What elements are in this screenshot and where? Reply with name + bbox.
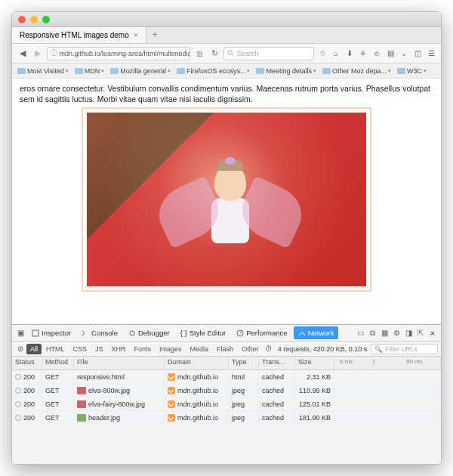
devtools-tabs: ▣ Inspector Console Debugger { }Style Ed… bbox=[12, 325, 441, 342]
svg-line-5 bbox=[240, 332, 242, 333]
filter-js[interactable]: JS bbox=[91, 344, 107, 354]
tab-performance[interactable]: Performance bbox=[232, 326, 291, 339]
search-input[interactable]: Search bbox=[223, 47, 314, 60]
filter-urls-input[interactable]: 🔍Filter URLs bbox=[371, 344, 438, 354]
url-text: mdn.github.io/learning-area/html/multime… bbox=[60, 50, 190, 57]
filter-media[interactable]: Media bbox=[186, 344, 213, 354]
filter-other[interactable]: Other bbox=[238, 344, 263, 354]
tab-close-icon[interactable]: × bbox=[134, 31, 138, 39]
tab-debugger[interactable]: Debugger bbox=[124, 326, 174, 339]
undock-icon[interactable]: ⇱ bbox=[415, 329, 426, 337]
iframe-picker-icon[interactable]: ▣ bbox=[15, 329, 26, 337]
network-table-body: 200GETresponsive.htmlmdn.github.iohtmlca… bbox=[12, 370, 441, 425]
bookmark-item[interactable]: W3C▾ bbox=[395, 66, 429, 76]
search-icon bbox=[227, 50, 234, 57]
filter-xhr[interactable]: XHR bbox=[108, 344, 130, 354]
browser-tab[interactable]: Responsive HTML images demo × bbox=[12, 27, 146, 43]
tab-inspector[interactable]: Inspector bbox=[27, 326, 76, 339]
filter-flash[interactable]: Flash bbox=[213, 344, 237, 354]
bookmark-item[interactable]: Most Visited▾ bbox=[15, 66, 71, 76]
reload-button[interactable]: ↻ bbox=[208, 48, 220, 58]
bookmark-item[interactable]: Mozilla general▾ bbox=[108, 66, 173, 76]
bookmark-item[interactable]: Other Moz depa...▾ bbox=[320, 66, 393, 76]
tab-title: Responsive HTML images demo bbox=[20, 31, 129, 39]
settings-icon[interactable]: ⚙ bbox=[391, 329, 402, 337]
split-console-icon[interactable]: ⧉ bbox=[367, 329, 378, 338]
bookmarks-toolbar: Most Visited▾ MDN▾ Mozilla general▾ Fire… bbox=[12, 63, 441, 79]
close-window-button[interactable] bbox=[18, 16, 26, 23]
svg-line-1 bbox=[232, 54, 233, 56]
network-filter-bar: ⊘ All HTML CSS JS XHR Fonts Images Media… bbox=[12, 342, 441, 357]
filter-images[interactable]: Images bbox=[156, 344, 186, 354]
addons-icon[interactable]: ◫ bbox=[412, 49, 423, 57]
filter-css[interactable]: CSS bbox=[69, 344, 91, 354]
table-row[interactable]: 200GETresponsive.htmlmdn.github.iohtmlca… bbox=[12, 370, 441, 384]
responsive-mode-icon[interactable]: ▦ bbox=[379, 329, 390, 337]
clear-icon[interactable]: ⊘ bbox=[15, 345, 26, 353]
tab-style-editor[interactable]: { }Style Editor bbox=[176, 326, 231, 339]
devtools-close-icon[interactable]: × bbox=[427, 329, 438, 338]
filter-fonts[interactable]: Fonts bbox=[131, 344, 156, 354]
filter-all[interactable]: All bbox=[26, 344, 42, 354]
page-content: eros ornare consectetur. Vestibulum conv… bbox=[12, 79, 441, 324]
new-tab-button[interactable]: + bbox=[146, 27, 164, 43]
minimize-window-button[interactable] bbox=[30, 16, 38, 23]
svg-point-3 bbox=[130, 331, 134, 335]
menu-icon[interactable]: ☰ bbox=[426, 49, 436, 57]
tab-network[interactable]: Network bbox=[294, 326, 339, 339]
paragraph-text: eros ornare consectetur. Vestibulum conv… bbox=[20, 83, 433, 104]
reader-mode-icon[interactable]: ▥ bbox=[193, 50, 205, 57]
url-input[interactable]: ⓘ mdn.github.io/learning-area/html/multi… bbox=[47, 47, 190, 60]
star-icon[interactable]: ☆ bbox=[317, 49, 328, 57]
navigation-toolbar: ◀ ▶ ⓘ mdn.github.io/learning-area/html/m… bbox=[12, 44, 441, 63]
devtools-panel: ▣ Inspector Console Debugger { }Style Ed… bbox=[12, 324, 441, 464]
hero-image bbox=[83, 109, 370, 290]
zoom-window-button[interactable] bbox=[42, 16, 50, 23]
filter-html[interactable]: HTML bbox=[42, 344, 69, 354]
table-row[interactable]: 200GETheader.jpgmdn.github.iojpegcached1… bbox=[12, 411, 441, 425]
dock-side-icon[interactable]: ◨ bbox=[403, 329, 414, 337]
back-button[interactable]: ◀ bbox=[17, 48, 29, 60]
browser-window: Responsive HTML images demo × + ◀ ▶ ⓘ md… bbox=[11, 11, 442, 465]
share-icon[interactable]: ⎋ bbox=[371, 49, 382, 57]
bookmarks-icon[interactable]: ▤ bbox=[385, 49, 396, 57]
forward-button[interactable]: ▶ bbox=[32, 48, 44, 60]
tab-strip: Responsive HTML images demo × + bbox=[12, 27, 441, 44]
bookmark-item[interactable]: MDN▾ bbox=[72, 66, 107, 76]
network-table-header: Status Method File Domain Type Trans... … bbox=[12, 357, 441, 370]
timer-icon[interactable]: ⏱ bbox=[263, 345, 274, 353]
svg-point-0 bbox=[228, 51, 232, 54]
tab-console[interactable]: Console bbox=[77, 326, 122, 339]
history-icon[interactable]: ≡ bbox=[358, 49, 368, 57]
downloads-icon[interactable]: ⬇ bbox=[344, 49, 355, 57]
search-placeholder: Search bbox=[237, 50, 259, 57]
titlebar bbox=[12, 12, 441, 27]
home-icon[interactable]: ⌂ bbox=[331, 49, 341, 57]
svg-rect-2 bbox=[32, 330, 39, 336]
toolbox-options-icon[interactable]: ▭ bbox=[355, 329, 365, 337]
table-row[interactable]: 200GETelva-fairy-800w.jpgmdn.github.iojp… bbox=[12, 397, 441, 411]
bookmark-item[interactable]: Meeting details▾ bbox=[254, 66, 319, 76]
pocket-icon[interactable]: ⌄ bbox=[399, 49, 409, 57]
network-summary: 4 requests, 420.20 KB, 0.10 s bbox=[275, 345, 371, 353]
table-row[interactable]: 200GETelva-800w.jpgmdn.github.iojpegcach… bbox=[12, 384, 441, 397]
bookmark-item[interactable]: FirefoxOS ecosys...▾ bbox=[174, 66, 253, 76]
